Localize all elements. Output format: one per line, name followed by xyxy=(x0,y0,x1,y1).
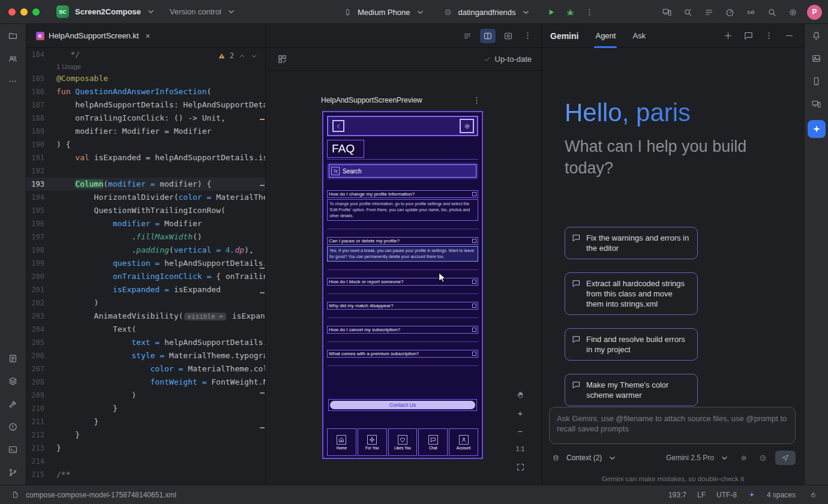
code-line[interactable]: 190) { xyxy=(26,138,265,151)
fit-to-screen-icon[interactable] xyxy=(513,460,527,474)
build-icon[interactable] xyxy=(7,397,20,410)
debug-button[interactable] xyxy=(564,5,577,19)
lock-icon[interactable] xyxy=(806,488,820,502)
ai-status-icon[interactable] xyxy=(748,491,756,499)
nav-item-home[interactable]: Home xyxy=(327,428,356,456)
preview-canvas[interactable]: HelpAndSupportScreenPreview FAQ Search H… xyxy=(266,71,541,485)
code-line[interactable]: 204 Text( xyxy=(26,323,265,336)
context-selector[interactable]: Context (2) xyxy=(566,451,619,464)
pipeline-icon[interactable] xyxy=(744,5,757,19)
code-line[interactable]: 189 modifier: Modifier = Modifier xyxy=(26,125,265,138)
gemini-toolwindow-button[interactable] xyxy=(808,120,826,138)
prompt-history-icon[interactable] xyxy=(756,451,769,464)
faq-question-row[interactable]: How do I change my profile information? xyxy=(327,190,478,198)
code-line[interactable]: 202 ) xyxy=(26,296,265,310)
run-configuration-selector[interactable]: datingandfriends xyxy=(441,5,532,19)
inspection-widget[interactable]: 2 xyxy=(215,50,260,61)
code-line[interactable]: 195 QuestionWithTrailingIconRow( xyxy=(26,204,265,217)
suggestion-card[interactable]: Fix the warnings and errors in the edito… xyxy=(565,227,698,259)
layout-inspector-icon[interactable] xyxy=(810,97,823,110)
todo-list-icon[interactable] xyxy=(702,5,715,19)
minimize-window-button[interactable] xyxy=(20,8,28,16)
chat-history-icon[interactable] xyxy=(742,29,755,43)
asset-manager-icon[interactable] xyxy=(810,52,823,65)
code-line[interactable]: 201 isExpanded = isExpanded xyxy=(26,283,265,296)
nav-item-likes-you[interactable]: Likes You xyxy=(388,428,418,456)
nav-item-chat[interactable]: Chat xyxy=(418,428,448,456)
expand-toggle-icon[interactable] xyxy=(472,192,476,196)
services-icon[interactable] xyxy=(7,374,20,388)
suggestion-card[interactable]: Extract all hardcoded strings from this … xyxy=(565,272,698,315)
code-line[interactable]: 214 xyxy=(26,455,265,468)
device-selector[interactable]: Medium Phone xyxy=(341,5,427,19)
close-window-button[interactable] xyxy=(8,8,16,16)
code-line[interactable]: 206 style = MaterialTheme.typography.bod… xyxy=(26,349,265,362)
code-line[interactable]: 194 HorizontalDivider(color = MaterialTh… xyxy=(26,191,265,204)
notifications-bell-icon[interactable] xyxy=(810,29,823,42)
caret-position[interactable]: 193:7 xyxy=(668,491,686,499)
running-devices-icon[interactable] xyxy=(660,5,673,19)
editor-tab[interactable]: K HelpAndSupportScreen.kt × xyxy=(31,24,155,48)
new-chat-icon[interactable] xyxy=(721,29,734,43)
device-manager-icon[interactable] xyxy=(810,74,823,88)
hide-panel-icon[interactable] xyxy=(782,29,796,43)
code-line[interactable]: 210 } xyxy=(26,402,265,415)
faq-question-row[interactable]: Why did my match disappear? xyxy=(327,302,478,310)
nav-item-for-you[interactable]: For You xyxy=(358,428,387,456)
code-line[interactable]: 185@Composable xyxy=(26,72,265,85)
model-selector[interactable]: Gemini 2.5 Pro xyxy=(666,451,731,464)
faq-question-row[interactable]: How do I block or report someone? xyxy=(327,278,478,286)
problems-icon[interactable] xyxy=(7,420,20,433)
usage-hint-row[interactable]: 1 Usage xyxy=(26,61,265,72)
file-encoding[interactable]: UTF-8 xyxy=(716,491,737,499)
split-view-icon[interactable] xyxy=(480,29,496,43)
faq-question-row[interactable]: How do I cancel my subscription? xyxy=(327,326,478,334)
project-tool-icon[interactable] xyxy=(7,29,20,42)
more-run-actions-button[interactable] xyxy=(583,5,596,19)
expand-toggle-icon[interactable] xyxy=(472,239,476,243)
code-line[interactable]: 203 AnimatedVisibility(visible = isExpan… xyxy=(26,310,265,323)
run-button[interactable] xyxy=(545,5,558,19)
line-ending[interactable]: LF xyxy=(697,491,706,499)
search-field[interactable]: Search xyxy=(329,164,476,178)
status-file-name[interactable]: compose-compose-model-1758748140651.xml xyxy=(26,491,176,499)
code-line[interactable]: 191 val isExpanded = helpAndSupportDetai… xyxy=(26,151,265,164)
gemini-options-kebab-icon[interactable] xyxy=(762,29,775,43)
code-line[interactable]: 200 onTrailingIconClick = { onTrailingIc… xyxy=(26,270,265,283)
ai-search-icon[interactable] xyxy=(681,5,694,19)
gemini-settings-gear-icon[interactable] xyxy=(737,451,750,464)
fullscreen-window-button[interactable] xyxy=(32,8,40,16)
pan-hand-icon[interactable] xyxy=(513,388,527,402)
code-line[interactable]: 186fun QuestionAndAnswerInfoSection( xyxy=(26,85,265,98)
code-line[interactable]: 193 Column(modifier = modifier) { xyxy=(26,178,265,191)
code-view-icon[interactable] xyxy=(460,29,475,43)
gemini-prompt-input[interactable] xyxy=(549,407,796,444)
editor-options-kebab-icon[interactable] xyxy=(521,29,534,43)
code-line[interactable]: 192 xyxy=(26,164,265,178)
tab-agent[interactable]: Agent xyxy=(595,24,616,48)
code-line[interactable]: 208 fontWeight = FontWeight.Normal xyxy=(26,376,265,389)
preview-settings-button[interactable] xyxy=(460,119,474,133)
code-line[interactable]: 188 onTrailingIconClick: () -> Unit, xyxy=(26,112,265,125)
expand-toggle-icon[interactable] xyxy=(472,328,476,332)
code-line[interactable]: 187 helpAndSupportDetails: HelpAndSuppor… xyxy=(26,98,265,112)
project-selector[interactable]: Screen2Compose xyxy=(75,5,158,19)
compose-preview-phone[interactable]: FAQ Search How do I change my profile in… xyxy=(322,111,483,459)
ui-check-icon[interactable] xyxy=(275,53,289,66)
code-line[interactable]: 209 ) xyxy=(26,389,265,402)
contact-us-button[interactable]: Contact Us xyxy=(328,399,477,411)
code-line[interactable]: 199 question = helpAndSupportDetails.que… xyxy=(26,257,265,270)
code-line[interactable]: 212 } xyxy=(26,428,265,442)
search-icon[interactable] xyxy=(765,5,778,19)
terminal-icon[interactable] xyxy=(7,443,20,456)
expand-toggle-icon[interactable] xyxy=(472,352,476,356)
code-line[interactable]: 198 .padding(vertical = 4.dp), xyxy=(26,244,265,257)
zoom-out-button[interactable]: − xyxy=(513,424,527,438)
vcs-menu[interactable]: Version control xyxy=(170,5,238,19)
nav-item-account[interactable]: Account xyxy=(449,428,478,456)
close-tab-icon[interactable]: × xyxy=(145,31,150,41)
back-button[interactable] xyxy=(332,120,344,132)
code-line[interactable]: 215/** xyxy=(26,468,265,481)
faq-question-row[interactable]: Can I pause or delete my profile? xyxy=(327,237,478,245)
zoom-in-button[interactable]: + xyxy=(513,406,527,420)
